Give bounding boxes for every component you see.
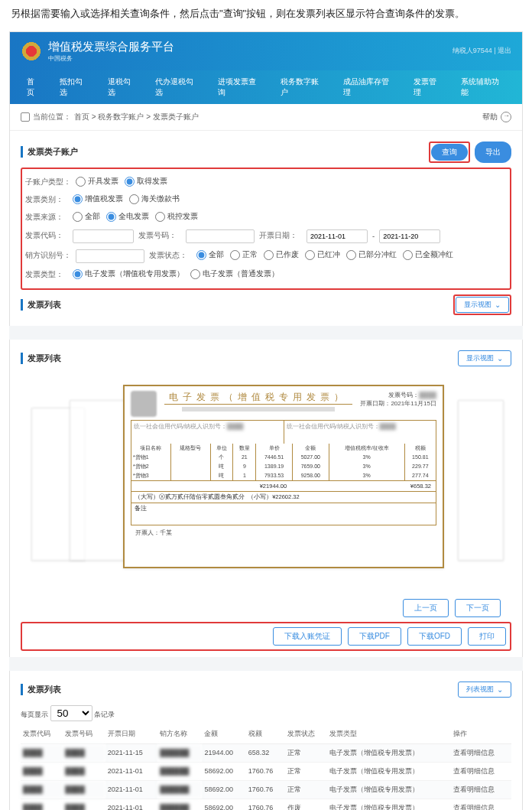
display-view-button[interactable]: 显示视图 [456,297,509,313]
radio-option[interactable]: 电子发票（普通发票） [190,269,279,279]
invoice-card-main[interactable]: 电子发票（增值税专用发票） 发票号码：████ 开票日期：2021年11月15日… [123,385,444,568]
header-user: 纳税人97544 | 退出 [453,46,511,56]
nav-item[interactable]: 首页 [18,70,50,104]
invoice-card-bg [458,400,504,561]
qr-placeholder [182,407,335,412]
list-title-1: 发票列表 [21,299,61,311]
tax-logo-icon [21,41,42,62]
list-title-2: 发票列表 [21,353,61,364]
radio-option[interactable]: 海关缴款书 [129,194,180,204]
table-row[interactable]: ████████2021-11-01██████58692.001760.76作… [21,799,511,810]
action-button[interactable]: 下载OFD [407,627,462,646]
page-size-select[interactable]: 50 [50,705,92,721]
nav-item[interactable]: 进项发票查询 [209,70,271,104]
header: 增值税发票综合服务平台 中国税务 纳税人97544 | 退出 [10,32,522,70]
intro-text: 另根据需要输入或选择相关查询条件，然后点击"查询"按钮，则在发票列表区显示符合查… [0,0,532,28]
view-detail-link[interactable]: 查看明细信息 [451,743,511,762]
export-button[interactable]: 导出 [475,142,511,163]
table-row[interactable]: ████████2021-11-01██████58692.001760.76正… [21,780,511,799]
seller-box: 统一社会信用代码/纳税人识别号：████ [284,421,436,444]
form-section-title: 发票类子账户 [21,146,78,158]
radio-option[interactable]: 增值税发票 [73,194,123,204]
invoice-preview: 电子发票（增值税专用发票） 发票号码：████ 开票日期：2021年11月15日… [24,377,508,584]
radio-option[interactable]: 全部 [196,250,224,260]
radio-option[interactable]: 电子发票（增值税专用发票） [73,269,184,279]
table-row[interactable]: ████████2021-11-15██████21944.00658.32正常… [21,743,511,762]
table-row[interactable]: ████████2021-11-01██████58692.001760.76正… [21,762,511,780]
logout-link[interactable]: 退出 [498,47,511,54]
view-detail-link[interactable]: 查看明细信息 [451,762,511,780]
nav-item[interactable]: 退税勾选 [99,70,147,104]
chevron-down-icon [495,301,501,309]
view-detail-link[interactable]: 查看明细信息 [451,780,511,799]
next-page-button[interactable]: 下一页 [455,599,501,617]
query-button[interactable]: 查询 [431,144,468,161]
radio-option[interactable]: 全电发票 [106,212,149,222]
date-to-input[interactable] [379,229,440,243]
invoice-title: 电子发票（增值税专用发票） [164,391,352,405]
nav-item[interactable]: 发票管理 [404,70,453,104]
invoice-num-input[interactable] [186,229,255,243]
seller-id-input[interactable] [76,249,144,263]
main-nav: 首页抵扣勾选退税勾选代办退税勾选进项发票查询税务数字账户成品油库存管理发票管理系… [10,70,522,104]
location-icon [21,112,30,122]
invoice-table: 发票代码发票号码开票日期销方名称金额税额发票状态发票类型操作████████20… [21,724,511,810]
app-frame: 增值税发票综合服务平台 中国税务 纳税人97544 | 退出 首页抵扣勾选退税勾… [9,31,523,810]
radio-option[interactable]: 全部 [73,212,100,222]
list-view-button[interactable]: 列表视图 [458,682,511,698]
chevron-down-icon [497,685,503,694]
radio-option[interactable]: 已全额冲红 [403,250,453,260]
action-button[interactable]: 下载入账凭证 [273,627,342,646]
section-gap [9,657,523,671]
app-title: 增值税发票综合服务平台 [48,40,174,54]
section-gap [9,326,523,340]
display-view-button-2[interactable]: 显示视图 [458,350,511,366]
chevron-down-icon [497,354,503,363]
query-form: 子账户类型：开具发票取得发票 发票类别：增值税发票海关缴款书 发票来源：全部全电… [21,168,511,290]
app-org: 中国税务 [48,54,174,63]
nav-item[interactable]: 系统辅助功能 [452,70,514,104]
breadcrumb: 当前位置： 首页 > 税务数字账户 > 发票类子账户 [21,112,199,122]
help-button[interactable]: 帮助 [482,112,511,122]
invoice-card-bg [70,400,131,561]
radio-option[interactable]: 取得发票 [125,177,167,187]
radio-option[interactable]: 已红冲 [305,250,340,260]
date-from-input[interactable] [307,229,368,243]
list-title-3: 发票列表 [21,684,61,695]
radio-option[interactable]: 税控发票 [155,212,198,222]
seal-icon [131,391,157,417]
nav-item[interactable]: 税务数字账户 [271,70,334,104]
radio-option[interactable]: 已部分冲红 [346,250,397,260]
nav-item[interactable]: 成品油库存管理 [334,70,404,104]
buyer-box: 统一社会信用代码/纳税人识别号：████ [131,421,284,444]
prev-page-button[interactable]: 上一页 [403,599,449,617]
action-button[interactable]: 打印 [468,627,506,646]
view-detail-link[interactable]: 查看明细信息 [451,799,511,810]
arrow-circle-icon [501,112,511,122]
radio-option[interactable]: 已作废 [264,250,299,260]
action-button[interactable]: 下载PDF [348,627,401,646]
nav-item[interactable]: 代办退税勾选 [146,70,209,104]
radio-option[interactable]: 开具发票 [76,177,118,187]
radio-option[interactable]: 正常 [230,250,258,260]
nav-item[interactable]: 抵扣勾选 [50,70,99,104]
invoice-code-input[interactable] [73,229,134,243]
